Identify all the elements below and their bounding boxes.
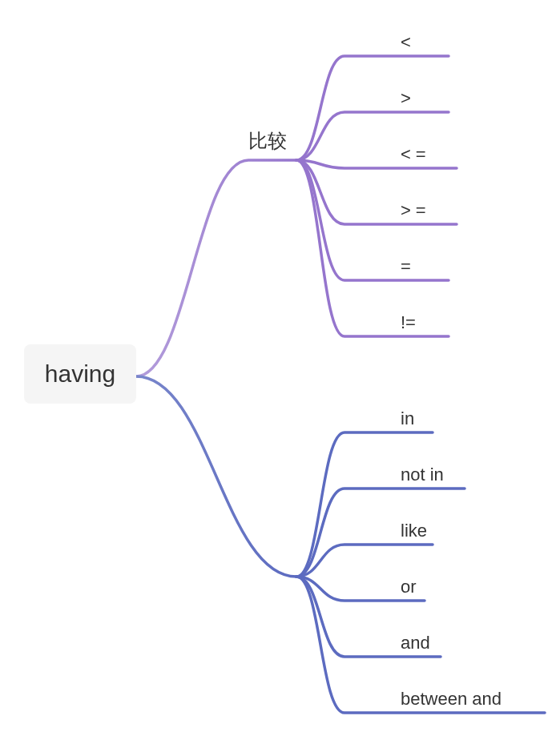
leaf-node-logic-11: between and: [401, 689, 502, 710]
leaf-node-compare-4: =: [401, 256, 411, 277]
leaf-label-compare-1: >: [401, 88, 411, 108]
leaf-node-compare-3: >=: [401, 200, 431, 221]
leaf-label-logic-9: or: [401, 577, 417, 597]
leaf-node-logic-6: in: [401, 408, 414, 429]
edge-compare-leaf-2: [296, 160, 457, 168]
leaf-node-logic-9: or: [401, 577, 417, 597]
leaf-label-compare-4: =: [401, 256, 411, 276]
leaf-node-logic-8: like: [401, 521, 427, 541]
leaf-node-logic-7: not in: [401, 464, 444, 485]
leaf-label-compare-3: >=: [401, 200, 431, 220]
edge-root-to-compare: [136, 160, 296, 376]
root-node: having: [24, 344, 136, 404]
leaf-label-logic-11: between and: [401, 689, 502, 709]
leaf-node-logic-10: and: [401, 633, 430, 653]
leaf-label-logic-10: and: [401, 633, 430, 653]
leaf-label-compare-0: <: [401, 32, 411, 52]
edge-root-to-logic: [136, 376, 296, 577]
leaf-node-compare-5: !=: [401, 312, 416, 333]
mid-label-compare: 比较: [248, 130, 287, 151]
leaf-label-compare-5: !=: [401, 312, 416, 332]
edge-logic-leaf-6: [296, 432, 433, 577]
root-label: having: [45, 360, 115, 387]
leaf-label-compare-2: <=: [401, 144, 431, 164]
leaf-label-logic-7: not in: [401, 464, 444, 485]
leaf-label-logic-6: in: [401, 408, 414, 428]
mid-node-compare: 比较: [248, 128, 287, 154]
leaf-node-compare-0: <: [401, 32, 411, 53]
leaf-node-compare-2: <=: [401, 144, 431, 165]
leaf-label-logic-8: like: [401, 521, 427, 541]
leaf-node-compare-1: >: [401, 88, 411, 109]
edges-group: [136, 56, 545, 713]
